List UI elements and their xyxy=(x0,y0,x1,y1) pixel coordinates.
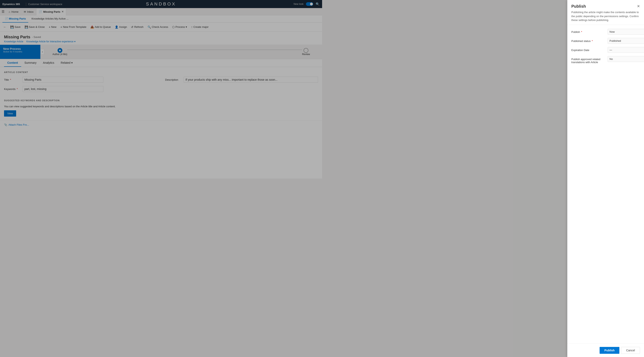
modal-overlay[interactable] xyxy=(0,0,322,178)
